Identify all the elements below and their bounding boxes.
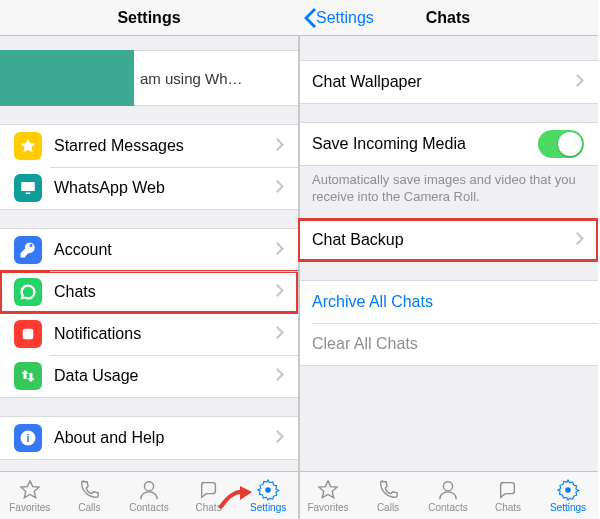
svg-point-3	[144, 481, 153, 490]
tab-favorites[interactable]: Favorites	[298, 472, 358, 519]
chevron-right-icon	[576, 73, 584, 91]
svg-rect-0	[23, 329, 34, 340]
whatsapp-icon	[14, 278, 42, 306]
actions-group: Archive All Chats Clear All Chats	[298, 280, 598, 366]
chevron-right-icon	[276, 325, 284, 343]
profile-status: am using Wh…	[140, 70, 243, 87]
cell-label: Notifications	[54, 325, 276, 343]
tab-label: Settings	[250, 502, 286, 513]
cell-label: Chat Backup	[312, 231, 576, 249]
save-incoming-media-row[interactable]: Save Incoming Media	[298, 123, 598, 165]
tab-label: Calls	[377, 502, 399, 513]
tab-label: Calls	[78, 502, 100, 513]
account-row[interactable]: Account	[0, 229, 298, 271]
tab-settings[interactable]: Settings	[238, 472, 298, 519]
back-label: Settings	[316, 9, 374, 27]
chevron-right-icon	[276, 283, 284, 301]
cell-label: WhatsApp Web	[54, 179, 276, 197]
cell-label: About and Help	[54, 429, 276, 447]
navbar: Settings	[0, 0, 298, 36]
tab-label: Contacts	[129, 502, 168, 513]
chats-row[interactable]: Chats	[0, 271, 298, 313]
key-icon	[14, 236, 42, 264]
svg-text:i: i	[27, 432, 30, 444]
tab-settings[interactable]: Settings	[538, 472, 598, 519]
tab-bar: Favorites Calls Contacts Chats Settings	[0, 471, 298, 519]
cell-label: Account	[54, 241, 276, 259]
starred-messages-row[interactable]: Starred Messages	[0, 125, 298, 167]
archive-all-row[interactable]: Archive All Chats	[298, 281, 598, 323]
svg-point-5	[443, 481, 452, 490]
chevron-right-icon	[276, 241, 284, 259]
app-icon	[14, 320, 42, 348]
chevron-right-icon	[576, 231, 584, 249]
tab-contacts[interactable]: Contacts	[418, 472, 478, 519]
tab-label: Contacts	[428, 502, 467, 513]
cell-label: Chat Wallpaper	[312, 73, 576, 91]
svg-point-4	[265, 487, 271, 493]
info-icon: i	[14, 424, 42, 452]
chat-backup-row[interactable]: Chat Backup	[298, 219, 598, 261]
settings-group-2: Account Chats Notifications Data Usage	[0, 228, 298, 398]
cell-label: Clear All Chats	[312, 335, 584, 353]
clear-all-row[interactable]: Clear All Chats	[298, 323, 598, 365]
cell-label: Chats	[54, 283, 276, 301]
save-media-footer: Automatically save images and video that…	[298, 166, 598, 206]
tab-bar: Favorites Calls Contacts Chats Settings	[298, 471, 598, 519]
settings-group-1: Starred Messages WhatsApp Web	[0, 124, 298, 210]
star-icon	[14, 132, 42, 160]
media-group: Save Incoming Media	[298, 122, 598, 166]
profile-row[interactable]: am using Wh…	[0, 50, 298, 106]
settings-group-3: i About and Help	[0, 416, 298, 460]
tab-contacts[interactable]: Contacts	[119, 472, 179, 519]
tab-favorites[interactable]: Favorites	[0, 472, 60, 519]
settings-screen: Settings am using Wh… Starred Messages W…	[0, 0, 298, 519]
notifications-row[interactable]: Notifications	[0, 313, 298, 355]
tab-chats[interactable]: Chats	[478, 472, 538, 519]
chevron-right-icon	[276, 429, 284, 447]
chevron-right-icon	[276, 179, 284, 197]
whatsapp-web-row[interactable]: WhatsApp Web	[0, 167, 298, 209]
data-usage-row[interactable]: Data Usage	[0, 355, 298, 397]
navbar-title: Settings	[0, 9, 298, 27]
tab-label: Favorites	[307, 502, 348, 513]
chevron-right-icon	[276, 137, 284, 155]
navbar: Settings Chats	[298, 0, 598, 36]
chats-settings-screen: Settings Chats Chat Wallpaper Save Incom…	[298, 0, 598, 519]
tab-calls[interactable]: Calls	[60, 472, 120, 519]
profile-avatar	[0, 50, 134, 106]
tab-calls[interactable]: Calls	[358, 472, 418, 519]
cell-label: Archive All Chats	[312, 293, 584, 311]
cell-label: Data Usage	[54, 367, 276, 385]
tab-label: Settings	[550, 502, 586, 513]
back-button[interactable]: Settings	[298, 8, 374, 28]
toggle-on[interactable]	[538, 130, 584, 158]
tab-label: Chats	[495, 502, 521, 513]
wallpaper-group: Chat Wallpaper	[298, 60, 598, 104]
tab-label: Chats	[196, 502, 222, 513]
cell-label: Starred Messages	[54, 137, 276, 155]
monitor-icon	[14, 174, 42, 202]
cell-label: Save Incoming Media	[312, 135, 538, 153]
tab-chats[interactable]: Chats	[179, 472, 239, 519]
svg-point-6	[565, 487, 571, 493]
chevron-right-icon	[276, 367, 284, 385]
about-row[interactable]: i About and Help	[0, 417, 298, 459]
backup-group: Chat Backup	[298, 218, 598, 262]
chat-wallpaper-row[interactable]: Chat Wallpaper	[298, 61, 598, 103]
arrows-icon	[14, 362, 42, 390]
tab-label: Favorites	[9, 502, 50, 513]
